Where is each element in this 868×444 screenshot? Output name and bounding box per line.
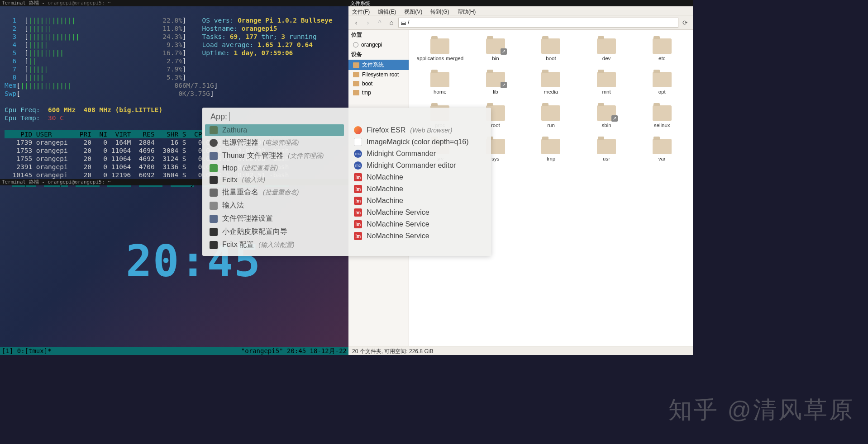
- app-launcher[interactable]: App: Zathura电源管理器 (电源管理器)Thunar 文件管理器 (文…: [202, 108, 491, 256]
- folder-label: opt: [658, 89, 666, 94]
- home-button[interactable]: ⌂: [386, 18, 396, 28]
- folder-label: sbin: [602, 123, 611, 128]
- launcher-left-column: Zathura电源管理器 (电源管理器)Thunar 文件管理器 (文件管理器)…: [202, 124, 347, 251]
- path-text: /: [408, 19, 409, 26]
- app-name: NoMachine: [367, 197, 403, 205]
- app-name: Midnight Commander editor: [367, 161, 456, 170]
- menu-item[interactable]: 帮助(H): [458, 9, 476, 15]
- sidebar-device[interactable]: tmp: [348, 88, 409, 97]
- sidebar-place[interactable]: orangepi: [348, 40, 409, 49]
- fm-statusbar: 20 个文件夹, 可用空间: 226.8 GiB: [348, 346, 693, 355]
- menu-item[interactable]: 编辑(E): [378, 9, 396, 15]
- fm-toolbar: ‹ › ^ ⌂ 🖴 / ⟳: [348, 15, 693, 30]
- refresh-button[interactable]: ⟳: [680, 18, 690, 28]
- fm-menubar[interactable]: 文件(F)编辑(E)视图(V)转到(G)帮助(H): [348, 6, 693, 15]
- launcher-app-item[interactable]: 文件管理器设置: [202, 212, 347, 225]
- folder-item[interactable]: etc: [634, 33, 689, 66]
- up-button[interactable]: ^: [375, 18, 385, 28]
- drive-icon: [353, 72, 359, 77]
- folder-item[interactable]: mnt: [579, 67, 634, 99]
- sidebar-devices-header: 设备: [348, 49, 409, 60]
- launcher-app-item[interactable]: Zathura: [205, 124, 344, 136]
- folder-item[interactable]: tmp: [524, 134, 578, 166]
- launcher-app-item[interactable]: 小企鹅皮肤配置向导: [202, 225, 347, 238]
- folder-label: var: [658, 156, 666, 161]
- sidebar-device[interactable]: boot: [348, 79, 409, 88]
- fcitx-icon: [210, 176, 218, 184]
- back-button[interactable]: ‹: [351, 18, 361, 28]
- launcher-app-item[interactable]: Fcitx 配置 (输入法配置): [202, 238, 347, 251]
- tmux-right: "orangepi5" 20:45 18-12月-22: [241, 347, 347, 355]
- drive-icon: [353, 62, 359, 68]
- thunar-icon: [210, 152, 218, 160]
- folder-item[interactable]: dev: [579, 33, 634, 66]
- menu-item[interactable]: 视图(V): [404, 9, 422, 15]
- input-icon: [210, 202, 218, 210]
- folder-item[interactable]: boot: [524, 33, 578, 66]
- folder-label: run: [547, 123, 555, 128]
- path-bar[interactable]: 🖴 /: [398, 18, 678, 28]
- nm-icon: !m: [354, 173, 362, 181]
- folder-item[interactable]: sbin: [579, 100, 634, 133]
- folder-label: tmp: [547, 156, 555, 161]
- launcher-app-item[interactable]: Firefox ESR (Web Browser): [347, 124, 491, 136]
- folder-item[interactable]: opt: [634, 67, 689, 99]
- folder-item[interactable]: home: [413, 67, 467, 99]
- folder-icon: [541, 105, 560, 121]
- folder-item[interactable]: var: [634, 134, 689, 166]
- app-sub: (文件管理器): [288, 152, 324, 160]
- folder-item[interactable]: usr: [579, 134, 634, 166]
- nm-icon: !m: [354, 185, 362, 193]
- folder-item[interactable]: bin: [468, 33, 523, 66]
- launcher-app-item[interactable]: Fcitx (输入法): [202, 174, 347, 186]
- forward-button[interactable]: ›: [363, 18, 373, 28]
- launcher-app-item[interactable]: mcMidnight Commander: [347, 148, 491, 160]
- folder-item[interactable]: media: [524, 67, 578, 99]
- launcher-app-item[interactable]: Thunar 文件管理器 (文件管理器): [202, 149, 347, 162]
- launcher-input[interactable]: App:: [202, 108, 491, 124]
- launcher-app-item[interactable]: ImageMagick (color depth=q16): [347, 136, 491, 148]
- folder-label: applications-merged: [417, 56, 464, 61]
- drive-icon: 🖴: [401, 19, 406, 26]
- folder-item[interactable]: lib: [468, 67, 523, 99]
- launcher-app-item[interactable]: !mNoMachine: [347, 171, 491, 183]
- launcher-app-item[interactable]: Htop (进程查看器): [202, 162, 347, 174]
- app-sub: (输入法): [242, 176, 265, 184]
- launcher-app-item[interactable]: !mNoMachine Service: [347, 230, 491, 242]
- folder-icon: [430, 72, 449, 87]
- launcher-app-item[interactable]: mcMidnight Commander editor: [347, 160, 491, 171]
- menu-item[interactable]: 文件(F): [352, 9, 370, 15]
- folder-icon: [486, 72, 505, 87]
- folder-item[interactable]: run: [524, 100, 578, 133]
- app-name: Fcitx 配置: [222, 240, 254, 250]
- app-name: 小企鹅皮肤配置向导: [222, 227, 287, 236]
- menu-item[interactable]: 转到(G): [430, 9, 449, 15]
- folder-item[interactable]: applications-merged: [413, 33, 467, 66]
- zathura-icon: [210, 126, 218, 134]
- launcher-app-item[interactable]: 输入法: [202, 199, 347, 212]
- home-icon: [353, 42, 358, 47]
- folder-icon: [486, 38, 505, 54]
- nm-icon: !m: [354, 197, 362, 205]
- app-sub: (进程查看器): [242, 164, 278, 172]
- folder-icon: [430, 38, 449, 54]
- nm-icon: !m: [354, 232, 362, 240]
- watermark: 知乎 @清风草原: [668, 394, 854, 426]
- folder-icon: [597, 38, 616, 54]
- folder-label: usr: [603, 156, 610, 161]
- folder-label: lib: [493, 89, 498, 94]
- launcher-app-item[interactable]: 批量重命名 (批量重命名): [202, 186, 347, 199]
- launcher-app-item[interactable]: !mNoMachine Service: [347, 218, 491, 230]
- app-name: 文件管理器设置: [222, 214, 273, 223]
- folder-icon: [597, 139, 616, 154]
- sidebar-device[interactable]: Filesystem root: [348, 70, 409, 79]
- folder-item[interactable]: selinux: [634, 100, 689, 133]
- app-name: NoMachine: [367, 173, 403, 181]
- launcher-app-item[interactable]: !mNoMachine: [347, 183, 491, 195]
- sidebar-device[interactable]: 文件系统: [348, 60, 409, 70]
- launcher-app-item[interactable]: !mNoMachine: [347, 195, 491, 207]
- thunar-icon: [210, 215, 218, 223]
- launcher-app-item[interactable]: 电源管理器 (电源管理器): [202, 136, 347, 149]
- launcher-app-item[interactable]: !mNoMachine Service: [347, 207, 491, 218]
- folder-label: dev: [602, 56, 611, 61]
